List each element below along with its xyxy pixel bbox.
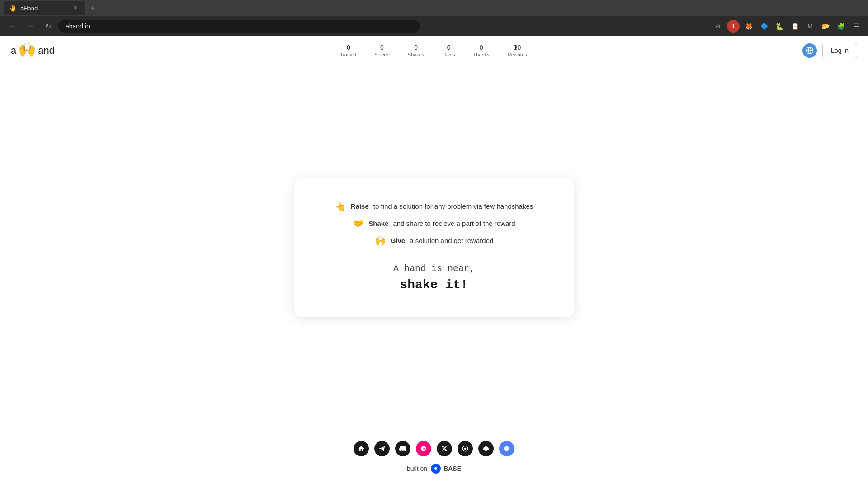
shake-keyword-text: Shake — [368, 220, 388, 227]
hero-card: 👆 Raise to find a solution for any probl… — [294, 178, 574, 317]
logo[interactable]: a 🙌 and — [11, 42, 55, 59]
shake-icon: 🤝 — [353, 218, 364, 229]
built-on-text: built on — [407, 465, 427, 472]
raise-description: to find a solution for any problem via f… — [373, 202, 533, 210]
give-keyword: Give — [391, 237, 406, 244]
uniswap-icon[interactable] — [416, 441, 431, 456]
svg-point-3 — [464, 448, 467, 450]
browser-window: 🤚 aHand ✕ + ← → ↻ ⊕ 1 🦊 🔷 🐍 📋 M 📂 🧩 ☰ a — [0, 0, 868, 488]
raise-keyword-text: Raise — [351, 202, 369, 210]
new-tab-button[interactable]: + — [87, 4, 99, 13]
stat-shakes: 0 Shakes — [408, 44, 425, 57]
navigation-bar: ← → ↻ ⊕ 1 🦊 🔷 🐍 📋 M 📂 🧩 ☰ — [0, 16, 868, 36]
stat-solved: 0 Solved — [374, 44, 390, 57]
bookmark-icon[interactable]: ⊕ — [712, 20, 724, 33]
shake-description: and share to recieve a part of the rewar… — [393, 220, 515, 227]
header-stats: 0 Raised 0 Solved 0 Shakes 0 Gives 0 T — [341, 44, 527, 57]
tagline-line1: A hand is near, — [330, 262, 538, 276]
feature-list: 👆 Raise to find a solution for any probl… — [330, 201, 538, 246]
gitcoin-icon[interactable] — [458, 441, 473, 456]
site-header: a 🙌 and 0 Raised 0 Solved 0 Shakes — [0, 36, 868, 65]
stat-thanks: 0 Thanks — [473, 44, 490, 57]
stat-solved-label: Solved — [374, 52, 390, 57]
telegram-icon[interactable] — [374, 441, 390, 456]
stat-raised-value: 0 — [347, 44, 350, 51]
extension-icon-4[interactable]: 🐍 — [773, 20, 786, 33]
logo-text-and: and — [38, 45, 55, 56]
back-button[interactable]: ← — [5, 20, 20, 32]
stat-gives-value: 0 — [447, 44, 451, 51]
give-icon: 🙌 — [375, 235, 386, 246]
extension-icon-5[interactable]: 📋 — [788, 20, 801, 33]
extension-icon-1[interactable]: 1 — [727, 20, 740, 33]
logo-text-a: a — [11, 45, 16, 56]
menu-icon[interactable]: ☰ — [850, 20, 863, 33]
language-button[interactable] — [802, 43, 817, 58]
stat-shakes-value: 0 — [414, 44, 418, 51]
header-right: Log In — [802, 43, 857, 58]
reload-button[interactable]: ↻ — [42, 20, 55, 33]
feature-raise: 👆 Raise to find a solution for any probl… — [330, 201, 538, 211]
login-button[interactable]: Log In — [822, 43, 857, 58]
stat-thanks-label: Thanks — [473, 52, 490, 57]
tab-bar: 🤚 aHand ✕ + — [0, 0, 868, 16]
stat-rewards: $0 Rewards — [508, 44, 527, 57]
puzzle-icon[interactable]: 🧩 — [835, 20, 847, 33]
tab-favicon: 🤚 — [9, 5, 17, 12]
stat-rewards-value: $0 — [514, 44, 521, 51]
base-logo[interactable]: BASE — [431, 464, 461, 474]
site-footer: built on BASE — [0, 430, 868, 488]
stat-raised-label: Raised — [341, 52, 356, 57]
snapshot-icon[interactable] — [478, 441, 494, 456]
forward-button[interactable]: → — [24, 20, 38, 32]
base-label: BASE — [443, 465, 461, 472]
stat-solved-value: 0 — [380, 44, 384, 51]
extension-icon-3[interactable]: 🔷 — [758, 20, 770, 33]
tagline: A hand is near, shake it! — [330, 262, 538, 295]
nav-icons-group: ⊕ 1 🦊 🔷 🐍 📋 M 📂 🧩 ☰ — [712, 20, 863, 33]
stat-raised: 0 Raised — [341, 44, 356, 57]
x-twitter-icon[interactable] — [437, 441, 452, 456]
stat-thanks-value: 0 — [480, 44, 483, 51]
feature-give: 🙌 Give a solution and get rewarded — [330, 235, 538, 246]
home-icon[interactable] — [354, 441, 369, 456]
raise-keyword: Raise — [351, 202, 369, 210]
tab-title: aHand — [20, 5, 68, 12]
ens-icon[interactable] — [499, 441, 514, 456]
discord-icon[interactable] — [395, 441, 410, 456]
logo-hands-emoji: 🙌 — [18, 41, 36, 58]
stat-gives-label: Gives — [442, 52, 455, 57]
active-tab[interactable]: 🤚 aHand ✕ — [4, 1, 85, 15]
give-description: a solution and get rewarded — [410, 237, 493, 244]
stat-rewards-label: Rewards — [508, 52, 527, 57]
base-circle-icon — [431, 464, 441, 474]
stat-gives: 0 Gives — [442, 44, 455, 57]
tagline-line2: shake it! — [330, 276, 538, 295]
give-keyword-text: Give — [391, 237, 406, 244]
address-bar[interactable] — [58, 20, 420, 33]
main-content: 👆 Raise to find a solution for any probl… — [0, 65, 868, 430]
tab-close-button[interactable]: ✕ — [71, 4, 80, 12]
svg-point-5 — [434, 467, 437, 470]
stat-shakes-label: Shakes — [408, 52, 425, 57]
page-content: a 🙌 and 0 Raised 0 Solved 0 Shakes — [0, 36, 868, 488]
svg-marker-4 — [483, 446, 489, 451]
feature-shake: 🤝 Shake and share to recieve a part of t… — [330, 218, 538, 229]
raise-icon: 👆 — [335, 201, 346, 211]
extension-icon-7[interactable]: 📂 — [819, 20, 832, 33]
extension-icon-6[interactable]: M — [804, 20, 816, 33]
shake-keyword: Shake — [368, 220, 388, 227]
built-on-section: built on BASE — [407, 464, 461, 474]
extension-icon-2[interactable]: 🦊 — [742, 20, 755, 33]
footer-social-icons — [354, 441, 514, 456]
